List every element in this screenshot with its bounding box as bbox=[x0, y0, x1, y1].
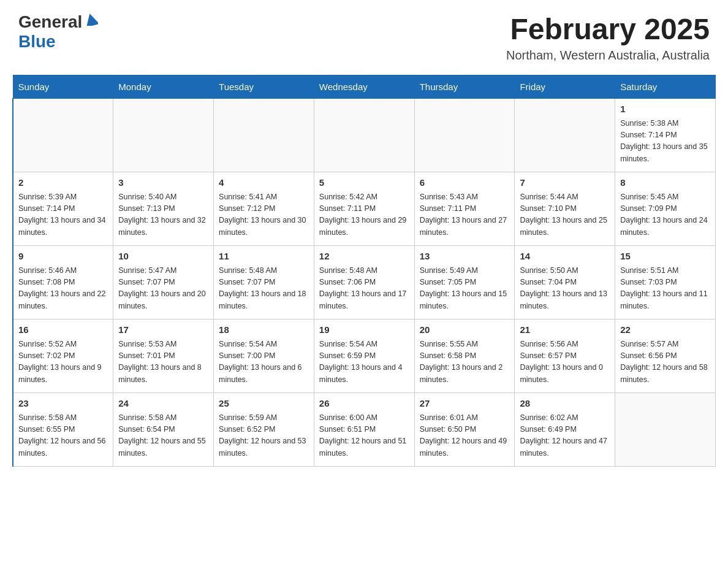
table-row: 27Sunrise: 6:01 AMSunset: 6:50 PMDayligh… bbox=[414, 393, 515, 467]
table-row: 16Sunrise: 5:52 AMSunset: 7:02 PMDayligh… bbox=[13, 320, 113, 393]
calendar-week-row: 16Sunrise: 5:52 AMSunset: 7:02 PMDayligh… bbox=[13, 320, 716, 393]
table-row: 18Sunrise: 5:54 AMSunset: 7:00 PMDayligh… bbox=[214, 320, 314, 393]
day-info: Sunrise: 5:48 AMSunset: 7:06 PMDaylight:… bbox=[319, 265, 409, 313]
table-row: 3Sunrise: 5:40 AMSunset: 7:13 PMDaylight… bbox=[113, 172, 214, 246]
table-row: 21Sunrise: 5:56 AMSunset: 6:57 PMDayligh… bbox=[515, 320, 615, 393]
day-number: 2 bbox=[18, 176, 108, 190]
calendar-subtitle: Northam, Western Australia, Australia bbox=[506, 48, 710, 63]
table-row: 24Sunrise: 5:58 AMSunset: 6:54 PMDayligh… bbox=[113, 393, 214, 467]
table-row bbox=[314, 99, 414, 172]
col-thursday: Thursday bbox=[414, 75, 515, 99]
day-info: Sunrise: 5:57 AMSunset: 6:56 PMDaylight:… bbox=[620, 339, 710, 386]
svg-marker-0 bbox=[85, 13, 98, 26]
day-info: Sunrise: 5:41 AMSunset: 7:12 PMDaylight:… bbox=[219, 191, 309, 239]
day-number: 13 bbox=[420, 250, 510, 264]
table-row: 10Sunrise: 5:47 AMSunset: 7:07 PMDayligh… bbox=[113, 246, 214, 320]
day-number: 3 bbox=[118, 176, 208, 190]
logo-triangle-icon bbox=[85, 13, 98, 28]
table-row: 5Sunrise: 5:42 AMSunset: 7:11 PMDaylight… bbox=[314, 172, 414, 246]
calendar-week-row: 9Sunrise: 5:46 AMSunset: 7:08 PMDaylight… bbox=[13, 246, 716, 320]
day-info: Sunrise: 5:44 AMSunset: 7:10 PMDaylight:… bbox=[520, 191, 610, 239]
table-row: 23Sunrise: 5:58 AMSunset: 6:55 PMDayligh… bbox=[13, 393, 113, 467]
table-row: 15Sunrise: 5:51 AMSunset: 7:03 PMDayligh… bbox=[615, 246, 716, 320]
day-info: Sunrise: 5:42 AMSunset: 7:11 PMDaylight:… bbox=[319, 191, 409, 239]
table-row: 1Sunrise: 5:38 AMSunset: 7:14 PMDaylight… bbox=[615, 99, 716, 172]
day-info: Sunrise: 5:49 AMSunset: 7:05 PMDaylight:… bbox=[420, 265, 510, 313]
calendar-table: Sunday Monday Tuesday Wednesday Thursday… bbox=[12, 75, 716, 467]
table-row bbox=[113, 99, 214, 172]
table-row: 11Sunrise: 5:48 AMSunset: 7:07 PMDayligh… bbox=[214, 246, 314, 320]
day-number: 6 bbox=[420, 176, 510, 190]
table-row bbox=[414, 99, 515, 172]
day-info: Sunrise: 5:52 AMSunset: 7:02 PMDaylight:… bbox=[18, 339, 108, 386]
day-info: Sunrise: 5:40 AMSunset: 7:13 PMDaylight:… bbox=[118, 191, 208, 239]
day-number: 17 bbox=[118, 323, 208, 337]
col-monday: Monday bbox=[113, 75, 214, 99]
day-number: 11 bbox=[219, 250, 309, 264]
day-number: 1 bbox=[620, 102, 710, 117]
day-number: 8 bbox=[620, 176, 710, 190]
col-tuesday: Tuesday bbox=[214, 75, 314, 99]
day-number: 22 bbox=[620, 323, 710, 337]
day-number: 9 bbox=[18, 250, 108, 264]
day-number: 20 bbox=[420, 323, 510, 337]
calendar-week-row: 23Sunrise: 5:58 AMSunset: 6:55 PMDayligh… bbox=[13, 393, 716, 467]
day-number: 21 bbox=[520, 323, 610, 337]
day-info: Sunrise: 5:51 AMSunset: 7:03 PMDaylight:… bbox=[620, 265, 710, 313]
day-info: Sunrise: 5:55 AMSunset: 6:58 PMDaylight:… bbox=[420, 339, 510, 386]
day-number: 26 bbox=[319, 397, 409, 411]
day-number: 5 bbox=[319, 176, 409, 190]
table-row: 6Sunrise: 5:43 AMSunset: 7:11 PMDaylight… bbox=[414, 172, 515, 246]
day-info: Sunrise: 6:00 AMSunset: 6:51 PMDaylight:… bbox=[319, 412, 409, 460]
day-number: 4 bbox=[219, 176, 309, 190]
table-row: 4Sunrise: 5:41 AMSunset: 7:12 PMDaylight… bbox=[214, 172, 314, 246]
table-row: 19Sunrise: 5:54 AMSunset: 6:59 PMDayligh… bbox=[314, 320, 414, 393]
table-row: 13Sunrise: 5:49 AMSunset: 7:05 PMDayligh… bbox=[414, 246, 515, 320]
page-header: General Blue February 2025 Northam, West… bbox=[0, 0, 728, 69]
table-row: 20Sunrise: 5:55 AMSunset: 6:58 PMDayligh… bbox=[414, 320, 515, 393]
day-number: 27 bbox=[420, 397, 510, 411]
day-number: 14 bbox=[520, 250, 610, 264]
day-info: Sunrise: 5:45 AMSunset: 7:09 PMDaylight:… bbox=[620, 191, 710, 239]
day-number: 10 bbox=[118, 250, 208, 264]
calendar-header-row: Sunday Monday Tuesday Wednesday Thursday… bbox=[13, 75, 716, 99]
table-row: 25Sunrise: 5:59 AMSunset: 6:52 PMDayligh… bbox=[214, 393, 314, 467]
table-row: 14Sunrise: 5:50 AMSunset: 7:04 PMDayligh… bbox=[515, 246, 615, 320]
calendar-week-row: 2Sunrise: 5:39 AMSunset: 7:14 PMDaylight… bbox=[13, 172, 716, 246]
table-row: 9Sunrise: 5:46 AMSunset: 7:08 PMDaylight… bbox=[13, 246, 113, 320]
day-info: Sunrise: 5:54 AMSunset: 6:59 PMDaylight:… bbox=[319, 339, 409, 386]
day-number: 19 bbox=[319, 323, 409, 337]
col-saturday: Saturday bbox=[615, 75, 716, 99]
day-info: Sunrise: 5:38 AMSunset: 7:14 PMDaylight:… bbox=[620, 118, 710, 166]
table-row bbox=[615, 393, 716, 467]
day-number: 12 bbox=[319, 250, 409, 264]
table-row bbox=[13, 99, 113, 172]
table-row: 17Sunrise: 5:53 AMSunset: 7:01 PMDayligh… bbox=[113, 320, 214, 393]
table-row: 8Sunrise: 5:45 AMSunset: 7:09 PMDaylight… bbox=[615, 172, 716, 246]
day-info: Sunrise: 5:58 AMSunset: 6:54 PMDaylight:… bbox=[118, 412, 208, 460]
col-friday: Friday bbox=[515, 75, 615, 99]
day-info: Sunrise: 5:54 AMSunset: 7:00 PMDaylight:… bbox=[219, 339, 309, 386]
day-number: 25 bbox=[219, 397, 309, 411]
day-info: Sunrise: 5:50 AMSunset: 7:04 PMDaylight:… bbox=[520, 265, 610, 313]
table-row: 7Sunrise: 5:44 AMSunset: 7:10 PMDaylight… bbox=[515, 172, 615, 246]
table-row: 22Sunrise: 5:57 AMSunset: 6:56 PMDayligh… bbox=[615, 320, 716, 393]
day-number: 15 bbox=[620, 250, 710, 264]
day-number: 24 bbox=[118, 397, 208, 411]
table-row: 2Sunrise: 5:39 AMSunset: 7:14 PMDaylight… bbox=[13, 172, 113, 246]
day-number: 28 bbox=[520, 397, 610, 411]
col-sunday: Sunday bbox=[13, 75, 113, 99]
day-number: 7 bbox=[520, 176, 610, 190]
day-info: Sunrise: 6:02 AMSunset: 6:49 PMDaylight:… bbox=[520, 412, 610, 460]
day-number: 16 bbox=[18, 323, 108, 337]
day-info: Sunrise: 5:56 AMSunset: 6:57 PMDaylight:… bbox=[520, 339, 610, 386]
day-info: Sunrise: 5:53 AMSunset: 7:01 PMDaylight:… bbox=[118, 339, 208, 386]
day-number: 23 bbox=[18, 397, 108, 411]
day-info: Sunrise: 5:47 AMSunset: 7:07 PMDaylight:… bbox=[118, 265, 208, 313]
table-row: 28Sunrise: 6:02 AMSunset: 6:49 PMDayligh… bbox=[515, 393, 615, 467]
title-block: February 2025 Northam, Western Australia… bbox=[506, 12, 710, 63]
day-info: Sunrise: 5:43 AMSunset: 7:11 PMDaylight:… bbox=[420, 191, 510, 239]
logo-blue-text: Blue bbox=[18, 32, 56, 51]
day-info: Sunrise: 5:59 AMSunset: 6:52 PMDaylight:… bbox=[219, 412, 309, 460]
table-row bbox=[515, 99, 615, 172]
